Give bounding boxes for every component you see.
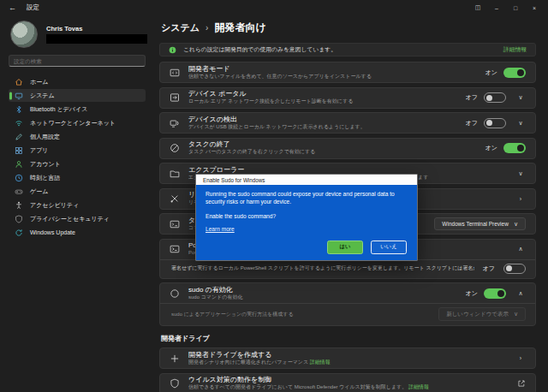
powershell-icon	[170, 244, 180, 254]
dialog-no-button[interactable]: いいえ	[371, 241, 407, 254]
shield-icon	[15, 215, 23, 223]
breadcrumb-separator: ›	[206, 23, 208, 33]
row-title: デバイスの検出	[188, 116, 457, 124]
sudo-run-mode-subrow: sudo によるアプリケーションの実行方法を構成する 新しいウィンドウで表示 ∨	[160, 303, 535, 325]
device-portal-toggle[interactable]	[484, 92, 506, 103]
search-input[interactable]	[14, 58, 140, 64]
row-subtitle: タスク バーのタスクの終了を右クリックで有効にする	[188, 149, 477, 156]
end-task-toggle[interactable]	[503, 143, 526, 153]
row-title: ウイルス対策の動作を制御	[188, 376, 505, 384]
sidebar-item-apps[interactable]: アプリ	[9, 144, 146, 157]
sidebar-item-network-internet[interactable]: ネットワークとインターネット	[9, 116, 146, 129]
sidebar-item-personalization[interactable]: 個人用設定	[9, 130, 146, 143]
chevron-right-icon[interactable]: ›	[515, 355, 526, 361]
chevron-up-icon[interactable]: ∧	[515, 246, 526, 252]
row-subtitle: 信頼できないファイルを含めて、任意のソースからアプリをインストールする	[188, 74, 477, 80]
learn-more-link[interactable]: 詳細情報	[408, 384, 429, 389]
learn-more-link[interactable]: 詳細情報	[310, 359, 331, 365]
close-button[interactable]: ×	[526, 2, 543, 14]
remote-tunnels-icon	[170, 193, 180, 204]
external-link-icon[interactable]	[517, 379, 526, 388]
device-portal-icon	[170, 92, 180, 103]
dialog-body: Running the sudo command could expose yo…	[196, 185, 417, 260]
breadcrumb: システム › 開発者向け	[161, 21, 536, 35]
toggle-state-label: オン	[485, 68, 497, 77]
toggle-state-label: オン	[466, 289, 478, 298]
chevron-down-icon[interactable]: ∨	[515, 94, 526, 101]
apps-grid-icon	[15, 146, 23, 155]
device-discovery-toggle[interactable]	[484, 118, 506, 128]
chevron-up-icon[interactable]: ∧	[515, 290, 526, 297]
toggle-state-label: オフ	[466, 119, 478, 128]
developer-mode-toggle[interactable]	[503, 68, 526, 78]
developer-drive-header: 開発者ドライブ	[161, 334, 534, 343]
banner-learn-more-link[interactable]: 詳細情報	[503, 45, 527, 54]
developer-warning-banner: これらの設定は開発目的での使用のみを意図しています。 詳細情報	[159, 43, 536, 56]
window-titlebar: ← 設定 ◫ – □ ×	[0, 0, 548, 15]
bluetooth-icon	[15, 105, 23, 114]
setting-row-developer-mode: 開発者モード 信頼できないファイルを含めて、任意のソースからアプリをインストール…	[159, 62, 536, 83]
defender-shield-icon	[170, 378, 180, 389]
dialog-yes-button[interactable]: はい	[327, 241, 363, 254]
terminal-dropdown[interactable]: Windows Terminal Preview ∨	[434, 217, 526, 230]
sidebar-item-bluetooth-devices[interactable]: Bluetooth とデバイス	[9, 103, 146, 116]
sidebar-item-accessibility[interactable]: アクセシビリティ	[9, 199, 146, 211]
toggle-state-label: オフ	[466, 93, 478, 102]
terminal-icon	[170, 219, 180, 229]
dialog-message: Running the sudo command could expose yo…	[206, 191, 404, 206]
update-icon	[15, 229, 23, 237]
sidebar-item-system[interactable]: システム	[9, 89, 146, 102]
developer-mode-icon	[170, 68, 180, 78]
dialog-learn-more-link[interactable]: Learn more	[206, 226, 235, 232]
row-title: 開発者ドライブを作成する	[188, 351, 503, 359]
sidebar-nav: ホーム システム Bluetooth とデバイス ネットワークとインターネット …	[9, 75, 146, 239]
powershell-policy-toggle[interactable]	[503, 264, 526, 274]
info-icon	[169, 46, 176, 54]
accessibility-icon	[15, 201, 23, 210]
setting-row-device-discovery: デバイスの検出 デバイスが USB 接続とローカル ネットワークに表示されるよう…	[159, 112, 536, 134]
banner-text: これらの設定は開発目的での使用のみを意図しています。	[183, 45, 337, 54]
user-account[interactable]: Chris Tovas	[10, 21, 146, 48]
setting-row-enable-sudo: sudo の有効化 sudo コマンドの有効化 オン ∧ sudo によるアプリ…	[159, 282, 536, 326]
chevron-right-icon[interactable]: ›	[515, 196, 526, 202]
chevron-down-icon[interactable]: ∨	[515, 170, 526, 177]
minimize-button[interactable]: –	[488, 2, 505, 14]
user-name: Chris Tovas	[46, 25, 147, 33]
sidebar-item-time-language[interactable]: 時刻と言語	[9, 171, 146, 184]
row-subtitle: ローカル エリア ネットワーク接続を介したリモート診断を有効にする	[188, 98, 457, 105]
back-arrow-icon[interactable]: ←	[9, 3, 16, 12]
folder-icon	[170, 169, 180, 179]
row-title: sudo の有効化	[188, 286, 457, 294]
sudo-icon	[170, 288, 180, 299]
row-subtitle: 信頼できるすべての開発者ドライブにおいて Microsoft Defender …	[188, 384, 505, 391]
row-title: デバイス ポータル	[188, 90, 457, 98]
dialog-title: Enable Sudo for Windows	[196, 175, 417, 185]
settings-search[interactable]	[9, 55, 146, 67]
dialog-question: Enable the sudo command?	[206, 213, 408, 219]
end-task-icon	[170, 143, 180, 153]
setting-row-device-portal: デバイス ポータル ローカル エリア ネットワーク接続を介したリモート診断を有効…	[159, 87, 536, 109]
plus-icon	[170, 353, 180, 364]
system-icon	[15, 92, 23, 100]
breadcrumb-system[interactable]: システム	[161, 21, 200, 34]
wifi-icon	[15, 119, 23, 128]
sidebar-item-gaming[interactable]: ゲーム	[9, 185, 146, 198]
sudo-run-mode-dropdown[interactable]: 新しいウィンドウで表示 ∨	[438, 307, 526, 321]
maximize-button[interactable]: □	[507, 2, 524, 14]
row-subtitle: 開発者シナリオ向けに最適化されたパフォーマンス 詳細情報	[188, 359, 503, 366]
sidebar-item-home[interactable]: ホーム	[9, 75, 146, 88]
sidebar-item-windows-update[interactable]: Windows Update	[9, 226, 146, 239]
sidebar-item-accounts[interactable]: アカウント	[9, 157, 146, 170]
sidebar-item-privacy-security[interactable]: プライバシーとセキュリティ	[9, 212, 146, 225]
person-icon	[15, 160, 23, 169]
setting-row-antivirus-control: ウイルス対策の動作を制御 信頼できるすべての開発者ドライブにおいて Micros…	[159, 373, 536, 392]
powershell-execution-policy-subrow: 署名せずに実行するローカル PowerShell スクリプトを許可するように実行…	[160, 259, 535, 278]
redacted-email	[46, 34, 147, 44]
keep-on-top-icon[interactable]: ◫	[469, 2, 486, 14]
subrow-text: 署名せずに実行するローカル PowerShell スクリプトを許可するように実行…	[171, 264, 474, 272]
chevron-down-icon[interactable]: ∨	[515, 120, 526, 127]
page-title: 開発者向け	[214, 21, 265, 35]
row-title: 開発者モード	[188, 65, 477, 74]
chevron-down-icon: ∨	[514, 221, 518, 228]
enable-sudo-toggle[interactable]	[484, 288, 506, 299]
